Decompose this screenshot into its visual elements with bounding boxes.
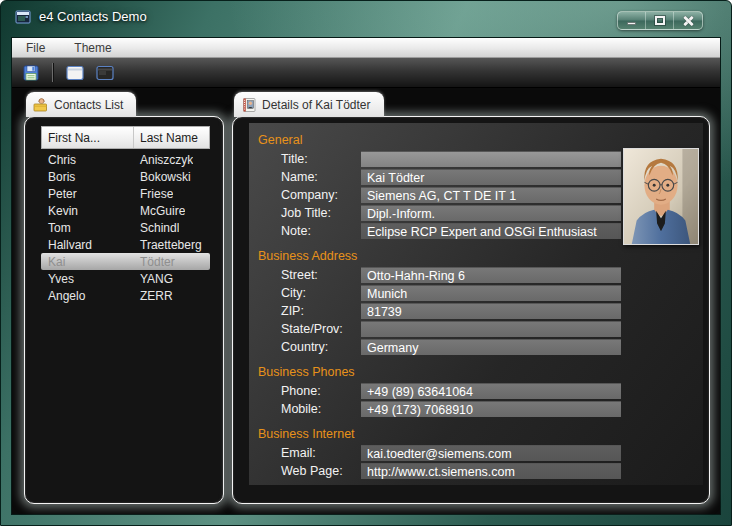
maximize-button[interactable] <box>646 12 674 29</box>
field-label-mobile: Mobile: <box>281 402 361 416</box>
first-name-cell: Chris <box>41 153 134 167</box>
field-row: Country:Germany <box>249 339 703 355</box>
contact-row[interactable]: TomSchindl <box>41 219 210 236</box>
contact-row[interactable]: BorisBokowski <box>41 168 210 185</box>
field-label-country: Country: <box>281 340 361 354</box>
contact-row[interactable]: ChrisAniszczyk <box>41 151 210 168</box>
contact-row[interactable]: KevinMcGuire <box>41 202 210 219</box>
contact-row[interactable]: AngeloZERR <box>41 287 210 304</box>
column-header-last-name[interactable]: Last Name <box>134 127 209 148</box>
floppy-disk-icon <box>21 63 41 83</box>
field-label-title: Title: <box>281 152 361 166</box>
last-name-cell: McGuire <box>134 204 185 218</box>
field-email[interactable]: kai.toedter@siemens.com <box>361 445 621 461</box>
field-zip[interactable]: 81739 <box>361 303 621 319</box>
field-street[interactable]: Otto-Hahn-Ring 6 <box>361 267 621 283</box>
first-name-cell: Hallvard <box>41 238 134 252</box>
field-row: City:Munich <box>249 285 703 301</box>
contacts-table-header: First Na... Last Name <box>41 126 210 149</box>
field-note[interactable]: Eclipse RCP Expert and OSGi Enthusiast <box>361 223 621 239</box>
first-name-cell: Kevin <box>41 204 134 218</box>
section-title: General <box>258 133 703 147</box>
app-window: e4 Contacts Demo File Theme <box>0 0 732 526</box>
field-label-email: Email: <box>281 446 361 460</box>
minimize-icon <box>627 22 636 25</box>
details-panel-body: GeneralTitle:Name:Kai TödterCompany:Siem… <box>232 116 710 504</box>
contacts-panel: Contacts List First Na... Last Name Chri… <box>24 92 224 504</box>
app-icon <box>15 9 31 25</box>
bright-window-icon <box>65 63 85 83</box>
tab-details[interactable]: Details of Kai Tödter <box>234 92 384 117</box>
last-name-cell: Traetteberg <box>134 238 202 252</box>
last-name-cell: Friese <box>134 187 173 201</box>
window-controls <box>617 11 703 30</box>
last-name-cell: Aniszczyk <box>134 153 193 167</box>
menu-file[interactable]: File <box>22 40 49 56</box>
contact-row[interactable]: YvesYANG <box>41 270 210 287</box>
contacts-table: First Na... Last Name ChrisAniszczykBori… <box>41 126 210 304</box>
contacts-table-body: ChrisAniszczykBorisBokowskiPeterFrieseKe… <box>41 151 210 304</box>
field-row: Phone:+49 (89) 63641064 <box>249 383 703 399</box>
first-name-cell: Angelo <box>41 289 134 303</box>
contact-photo <box>623 148 699 245</box>
field-country[interactable]: Germany <box>361 339 621 355</box>
contacts-tab-label: Contacts List <box>54 98 123 112</box>
field-company[interactable]: Siemens AG, CT T DE IT 1 <box>361 187 621 203</box>
minimize-button[interactable] <box>618 12 646 29</box>
main-area: Contacts List First Na... Last Name Chri… <box>12 90 720 514</box>
first-name-cell: Kai <box>41 255 134 269</box>
toolbar <box>12 58 720 88</box>
section-title: Business Internet <box>258 427 703 441</box>
titlebar[interactable]: e4 Contacts Demo <box>1 1 731 31</box>
last-name-cell: Schindl <box>134 221 179 235</box>
last-name-cell: Tödter <box>134 255 175 269</box>
field-label-zip: ZIP: <box>281 304 361 318</box>
details-tab-label: Details of Kai Tödter <box>262 98 371 112</box>
field-mobile[interactable]: +49 (173) 7068910 <box>361 401 621 417</box>
contact-row[interactable]: PeterFriese <box>41 185 210 202</box>
field-name[interactable]: Kai Tödter <box>361 169 621 185</box>
first-name-cell: Peter <box>41 187 134 201</box>
field-phone[interactable]: +49 (89) 63641064 <box>361 383 621 399</box>
details-form: GeneralTitle:Name:Kai TödterCompany:Siem… <box>249 123 703 485</box>
close-button[interactable] <box>674 12 702 29</box>
toolbar-separator <box>52 63 53 82</box>
menubar: File Theme <box>12 38 720 58</box>
field-city[interactable]: Munich <box>361 285 621 301</box>
field-job-title[interactable]: Dipl.-Inform. <box>361 205 621 221</box>
first-name-cell: Tom <box>41 221 134 235</box>
field-row: Email:kai.toedter@siemens.com <box>249 445 703 461</box>
contact-row[interactable]: HallvardTraetteberg <box>41 236 210 253</box>
menu-theme[interactable]: Theme <box>70 40 115 56</box>
field-label-note: Note: <box>281 224 361 238</box>
save-button[interactable] <box>17 60 44 85</box>
contacts-panel-body: First Na... Last Name ChrisAniszczykBori… <box>24 116 224 504</box>
field-row: Mobile:+49 (173) 7068910 <box>249 401 703 417</box>
maximize-icon <box>655 16 665 25</box>
section-title: Business Address <box>258 249 703 263</box>
close-icon <box>682 15 694 27</box>
field-title[interactable] <box>361 151 621 167</box>
field-state[interactable] <box>361 321 621 337</box>
field-label-web-page: Web Page: <box>281 464 361 478</box>
field-label-city: City: <box>281 286 361 300</box>
field-row: Web Page:http://www.ct.siemens.com <box>249 463 703 479</box>
details-panel: Details of Kai Tödter <box>232 92 710 504</box>
last-name-cell: YANG <box>134 272 173 286</box>
field-label-job-title: Job Title: <box>281 206 361 220</box>
column-header-first-name[interactable]: First Na... <box>42 127 134 148</box>
dark-theme-button[interactable] <box>91 60 118 85</box>
field-label-phone: Phone: <box>281 384 361 398</box>
last-name-cell: ZERR <box>134 289 173 303</box>
window-title: e4 Contacts Demo <box>39 9 147 24</box>
window-client-area: File Theme <box>11 37 721 515</box>
field-label-name: Name: <box>281 170 361 184</box>
first-name-cell: Yves <box>41 272 134 286</box>
bright-theme-button[interactable] <box>61 60 88 85</box>
tab-contacts-list[interactable]: Contacts List <box>26 92 136 117</box>
contact-row[interactable]: KaiTödter <box>41 253 210 270</box>
field-label-state: State/Prov: <box>281 322 361 336</box>
first-name-cell: Boris <box>41 170 134 184</box>
field-row: State/Prov: <box>249 321 703 337</box>
field-web-page[interactable]: http://www.ct.siemens.com <box>361 463 621 479</box>
